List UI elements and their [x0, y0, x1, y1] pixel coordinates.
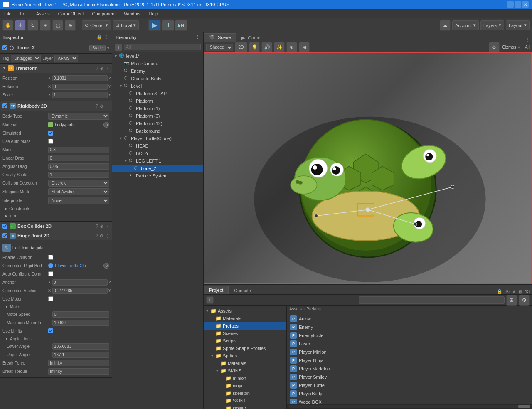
use-motor-checkbox[interactable] — [48, 296, 53, 301]
project-settings-button[interactable]: ⚙ — [519, 295, 530, 306]
rigidbody-controls[interactable]: ? ⚙ ⋮ — [96, 104, 109, 108]
breadcrumb-prefabs[interactable]: Prefabs — [306, 307, 320, 311]
play-button[interactable]: ▶ — [148, 20, 161, 31]
hinge-joint-header[interactable]: ⊗ Hinge Joint 2D ? ⚙ ⋮ — [0, 231, 112, 240]
upper-angle-input[interactable] — [52, 352, 109, 358]
motor-speed-input[interactable] — [52, 311, 109, 318]
box-collider-header[interactable]: ▭ Box Collider 2D ? ⚙ ⋮ — [0, 222, 112, 231]
hier-item-background[interactable]: ⬡ Background — [112, 127, 203, 135]
hinge-joint-enabled-checkbox[interactable] — [2, 233, 7, 238]
window-controls[interactable]: ─ □ ✕ — [507, 1, 529, 8]
scene-effects-button[interactable]: ✨ — [274, 42, 285, 53]
rotate-tool-button[interactable]: ↻ — [27, 20, 38, 31]
maximize-button[interactable]: □ — [515, 1, 521, 8]
rigidbody-help-icon[interactable]: ? — [96, 104, 98, 108]
auto-configure-checkbox[interactable] — [48, 271, 53, 276]
menu-assets[interactable]: Assets — [32, 10, 54, 17]
scene-sound-button[interactable]: 🔊 — [261, 42, 272, 53]
layout-group[interactable]: Layout ▾ — [506, 20, 530, 30]
hierarchy-controls[interactable]: ⋮ — [195, 34, 200, 40]
asset-folder-scenes[interactable]: 📁 Scenes — [204, 330, 286, 337]
transform-header[interactable]: ▼ ⟳ Transform ? ⚙ ⋮ — [0, 64, 112, 73]
hier-item-main-camera[interactable]: 📷 Main Camera — [112, 60, 203, 67]
hier-item-platform-12[interactable]: ⬡ Platform (12) — [112, 120, 203, 127]
asset-file-laser[interactable]: P Laser — [288, 340, 530, 348]
hand-tool-button[interactable]: ✋ — [2, 20, 13, 31]
asset-file-player-skeleton[interactable]: P Player skeleton — [288, 365, 530, 373]
transform-settings-icon[interactable]: ⚙ — [100, 66, 103, 71]
asset-folder-skins[interactable]: ▼ 📁 SKINS — [204, 367, 286, 375]
hier-item-platform-shape[interactable]: ⬡ Platform SHAPE — [112, 90, 203, 97]
hier-item-platform[interactable]: ⬡ Platform — [112, 97, 203, 105]
scene-tab-more-icon[interactable]: ⋮ — [525, 37, 530, 42]
asset-folder-ninja[interactable]: 📁 ninja — [204, 382, 286, 389]
asset-folder-smiley[interactable]: 📁 smiley — [204, 404, 286, 409]
menu-window[interactable]: Window — [120, 10, 144, 17]
hier-item-body[interactable]: ⬡ BODY — [112, 150, 203, 157]
transform-help-icon[interactable]: ? — [96, 66, 98, 71]
tab-game[interactable]: ▶ Game — [236, 34, 266, 42]
collision-detection-select[interactable]: Discrete — [48, 180, 109, 187]
hier-item-level[interactable]: ▼ ⬡ Level — [112, 82, 203, 90]
breadcrumb-assets[interactable]: Assets — [289, 307, 302, 311]
max-motor-force-input[interactable] — [52, 320, 109, 326]
asset-folder-materials[interactable]: 📁 Materials — [204, 315, 286, 322]
asset-file-playerbody[interactable]: P PlayerBody — [288, 389, 530, 398]
box-collider-controls[interactable]: ? ⚙ ⋮ — [96, 224, 109, 229]
asset-folder-assets[interactable]: ▼ 📁 Assets — [204, 307, 286, 315]
tab-scene[interactable]: 🎬 Scene — [204, 33, 236, 42]
menu-help[interactable]: Help — [144, 10, 162, 17]
asset-folder-scripts[interactable]: 📁 Scripts — [204, 337, 286, 345]
close-button[interactable]: ✕ — [522, 1, 529, 8]
hier-item-level1[interactable]: ▼ 🌐 level1* — [112, 52, 203, 60]
enable-collision-checkbox[interactable] — [48, 255, 53, 260]
asset-file-enemy[interactable]: P Enemy — [288, 323, 530, 331]
conn-anchor-x-input[interactable] — [52, 288, 108, 294]
hier-item-particle-system[interactable]: ✦ Particle System — [112, 172, 203, 180]
hierarchy-add-button[interactable]: + — [115, 44, 122, 51]
pivot-center-group[interactable]: ⊙ Center ▾ — [82, 20, 111, 30]
constraints-section[interactable]: ▶ Constraints — [2, 205, 109, 212]
scene-light-button[interactable]: 💡 — [249, 42, 260, 53]
use-limits-checkbox[interactable] — [48, 328, 53, 333]
simulated-checkbox[interactable] — [48, 131, 53, 136]
angle-limits-section[interactable]: ▼ Angle Limits — [2, 335, 109, 342]
asset-file-arrow[interactable]: P Arrow — [288, 315, 530, 323]
hier-item-platform-1[interactable]: ⬡ Platform (1) — [112, 105, 203, 112]
object-name-input[interactable] — [16, 44, 88, 52]
hier-item-head[interactable]: ⬡ HEAD — [112, 142, 203, 150]
break-torque-input[interactable] — [48, 368, 109, 375]
more-options-icon[interactable]: ⋮ — [104, 34, 108, 40]
asset-files-scrollbar[interactable] — [287, 404, 532, 409]
hinge-joint-help-icon[interactable]: ? — [96, 234, 98, 238]
object-enabled-checkbox[interactable] — [2, 45, 7, 50]
scene-tab-controls[interactable]: ⋮ — [523, 37, 532, 42]
step-button[interactable]: ⏭ — [175, 20, 187, 31]
shading-mode-select[interactable]: Shaded — [206, 44, 233, 51]
asset-folder-prefabs[interactable]: 📁 Prefabs — [204, 322, 286, 330]
box-collider-settings-icon[interactable]: ⚙ — [100, 224, 103, 229]
hier-item-player-turtle[interactable]: ▼ ⬡ Player Turtle(Clone) — [112, 135, 203, 142]
scene-hide-button[interactable]: 👁 — [286, 42, 297, 53]
project-expand-button[interactable]: ⊞ — [506, 295, 517, 306]
asset-folder-sprites[interactable]: ▼ 📁 Sprites — [204, 352, 286, 360]
material-picker-button[interactable]: ⊙ — [103, 122, 109, 128]
hier-item-leg-left-1[interactable]: ▼ ⬡ LEG LEFT 1 — [112, 157, 203, 165]
minimize-button[interactable]: ─ — [507, 1, 514, 8]
asset-folder-sprite-shape[interactable]: 📁 Sprite Shape Profiles — [204, 345, 286, 352]
rigidbody-settings-icon[interactable]: ⚙ — [100, 104, 103, 108]
hinge-joint-settings-icon[interactable]: ⚙ — [100, 234, 103, 238]
break-force-input[interactable] — [48, 360, 109, 366]
use-auto-mass-checkbox[interactable] — [48, 139, 53, 144]
asset-file-enemyicicle[interactable]: P EnemyIcicle — [288, 331, 530, 340]
project-eye-icon[interactable]: 👁 — [505, 289, 510, 294]
menu-gameobject[interactable]: GameObject — [54, 10, 88, 17]
inspector-controls[interactable]: 🔒 ⋮ — [96, 34, 108, 40]
hier-item-enemy[interactable]: ⬡ Enemy — [112, 67, 203, 75]
scene-view[interactable] — [204, 52, 532, 284]
asset-folder-minion[interactable]: 📁 minion — [204, 375, 286, 382]
scale-tool-button[interactable]: ⊞ — [40, 20, 51, 31]
menu-component[interactable]: Component — [88, 10, 120, 17]
cloud-button[interactable]: ☁ — [440, 20, 451, 31]
asset-file-player-turtle[interactable]: P Player Turtle — [288, 381, 530, 389]
